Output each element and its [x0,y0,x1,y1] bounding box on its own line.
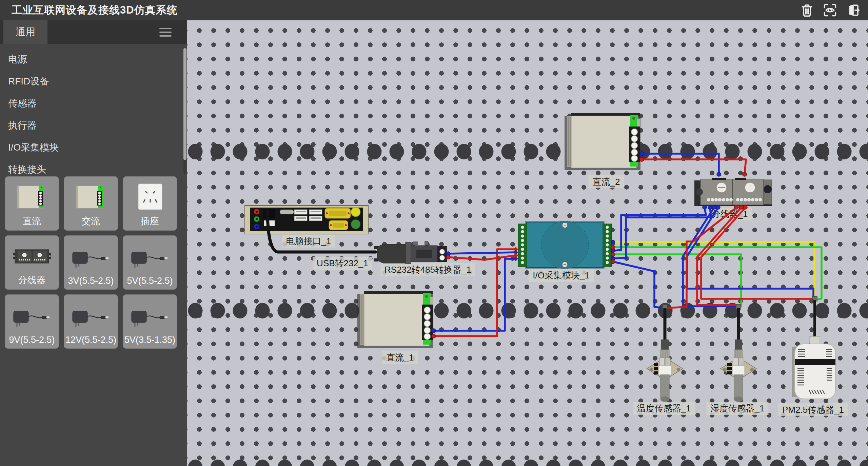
part-label: 插座 [141,215,159,227]
device-dc-power-2[interactable] [565,113,640,170]
power-adapter-icon [127,302,172,334]
power-adapter-icon [68,242,113,275]
focus-view-icon[interactable] [821,2,839,18]
power-adapter-icon [127,242,172,275]
device-pc-interface[interactable] [245,206,368,234]
dc-power-module-icon [9,182,54,214]
tab-general[interactable]: 通用 [3,20,47,44]
device-io-module[interactable] [518,221,612,269]
part-label: 12V(5.5-2.5) [65,335,116,345]
part-card-12v[interactable]: 12V(5.5-2.5) [64,294,118,349]
canvas-3d[interactable]: 直流_2 电脑接口_1 USB转232_1 RS232转485转换器_1 I/O… [187,20,868,466]
part-label: 交流 [82,215,100,227]
sidebar-item-rfid[interactable]: RFID设备 [0,70,187,92]
part-card-9v[interactable]: 9V(5.5-2.5) [5,294,59,349]
part-card-3v[interactable]: 3V(5.5-2.5) [64,235,118,290]
app-title: 工业互联网设备及接线3D仿真系统 [12,3,178,17]
title-bar: 工业互联网设备及接线3D仿真系统 [0,0,868,20]
sidebar-item-sensor[interactable]: 传感器 [0,92,187,114]
sidebar-item-power[interactable]: 电源 [0,48,187,70]
device-dc-power-1[interactable] [357,291,433,348]
part-card-socket[interactable]: 插座 [123,176,177,231]
scene [187,20,868,466]
part-card-ac[interactable]: 交流 [64,176,118,231]
audio-jacks [254,209,259,229]
part-card-5v[interactable]: 5V(5.5-2.5) [123,235,177,290]
ac-power-module-icon [68,182,113,214]
wall-socket-icon [127,182,172,214]
part-card-5v-135[interactable]: 5V(3.5-1.35) [123,294,177,349]
power-adapter-icon [68,302,113,334]
part-label: 3V(5.5-2.5) [68,276,114,286]
menu-scrollbar[interactable] [183,48,186,174]
exit-icon[interactable] [844,2,862,18]
parts-grid: 直流 交流 插座 分线器 3V(5.5-2.5) 5V(5.5-2.5) 9V(… [0,176,192,349]
part-card-splitter[interactable]: 分线器 [5,235,59,290]
sidebar-item-io-module[interactable]: I/O采集模块 [0,136,187,158]
menu-scrollbar-thumb[interactable] [183,48,186,160]
device-humidity-sensor[interactable] [721,308,756,402]
power-adapter-icon [9,302,54,334]
part-label: 直流 [23,215,41,227]
sidebar-tabstrip: 通用 [0,20,187,44]
trash-icon[interactable] [798,2,816,18]
title-bar-actions [798,2,862,18]
part-label: 分线器 [18,274,46,286]
splitter-icon [9,241,54,273]
part-card-dc[interactable]: 直流 [5,176,59,231]
menu-icon[interactable] [159,28,172,37]
part-label: 9V(5.5-2.5) [9,335,55,345]
device-temperature-sensor[interactable] [647,308,683,402]
category-menu: 电源 RFID设备 传感器 执行器 I/O采集模块 转换接头 [0,44,187,180]
device-splitter[interactable] [694,178,772,206]
device-rs232-485-converter[interactable] [374,241,447,264]
sidebar: 通用 电源 RFID设备 传感器 执行器 I/O采集模块 转换接头 直流 交流 … [0,20,187,466]
part-label: 5V(5.5-2.5) [127,276,173,286]
part-label: 5V(3.5-1.35) [124,335,175,345]
sidebar-item-actuator[interactable]: 执行器 [0,114,187,136]
